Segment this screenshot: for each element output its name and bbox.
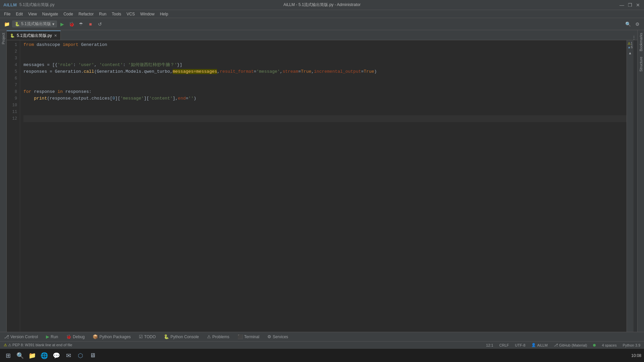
encoding-text: UTF-8 (515, 343, 525, 347)
vcs-text: GitHub (Material) (559, 343, 587, 347)
problems-icon: ⚠ (207, 334, 211, 339)
warning-count[interactable]: ⚠1 ▲6 (627, 42, 633, 49)
menu-item-view[interactable]: View (25, 11, 40, 17)
run-button[interactable]: ▶ (58, 20, 66, 28)
rerun-button[interactable]: ↺ (96, 20, 104, 28)
code-editor[interactable]: 1 2 3 4 5 6 7 8 9 10 11 12 from dashscop… (7, 40, 637, 332)
taskbar-pycharm-icon[interactable]: ⬡ (75, 350, 86, 361)
search-button[interactable]: 🔍 (624, 20, 632, 28)
menu-item-window[interactable]: Window (138, 11, 157, 17)
profile-icon: 👤 (531, 343, 536, 347)
bottom-tool-python-console[interactable]: 🐍 Python Console (162, 334, 200, 340)
profile[interactable]: 👤 AiLLM (530, 343, 548, 348)
vcs-icon: ⎇ (554, 343, 558, 347)
cursor-position[interactable]: 12:1 (485, 343, 494, 348)
vcs-status[interactable]: ⎇ GitHub (Material) (553, 343, 588, 348)
status-left: ⚠ ⚠ PEP 8: W391 blank line at end of fil… (3, 343, 73, 348)
bottom-tool-python-packages[interactable]: 📦 Python Packages (91, 334, 132, 340)
status-right: 12:1 CRLF UTF-8 👤 AiLLM ⎇ GitHub (Materi… (485, 343, 641, 348)
debug-button[interactable]: 🐞 (68, 20, 76, 28)
bottom-tool-run[interactable]: ▶ Run (45, 334, 59, 340)
code-line-3 (23, 55, 627, 62)
indent-setting[interactable]: 4 spaces (601, 343, 618, 348)
stop-button[interactable]: ■ (87, 20, 95, 28)
code-content[interactable]: from dashscope import Generation message… (20, 40, 627, 332)
title-breadcrumb: 5.1流式输出简版.py (19, 2, 55, 8)
taskbar-mail-icon[interactable]: ✉ (63, 350, 74, 361)
taskbar-search-icon[interactable]: 🔍 (15, 350, 25, 361)
warning-message[interactable]: ⚠ ⚠ PEP 8: W391 blank line at end of fil… (3, 343, 73, 348)
bookmarks-panel-label[interactable]: Bookmarks (638, 30, 644, 54)
code-line-12 (23, 115, 627, 122)
menu-item-edit[interactable]: Edit (13, 11, 25, 17)
taskbar-folder-icon[interactable]: 📁 (27, 350, 38, 361)
menu-item-help[interactable]: Help (157, 11, 171, 17)
bottom-tool-terminal[interactable]: ⬛ Terminal (236, 334, 261, 340)
right-sidebar: Bookmarks Structure (637, 30, 644, 332)
line-ending[interactable]: CRLF (498, 343, 510, 348)
run-config-selector[interactable]: 🐍 5.1流式输出简版 ▾ (12, 20, 57, 27)
position-text: 12:1 (486, 343, 493, 347)
todo-label: TODO (144, 335, 156, 339)
indent-text: 4 spaces (602, 343, 616, 347)
python-version-text: Python 3.9 (623, 343, 640, 347)
code-line-2 (23, 48, 627, 55)
line-numbers: 1 2 3 4 5 6 7 8 9 10 11 12 (7, 40, 20, 332)
structure-panel-label[interactable]: Structure (638, 54, 644, 74)
run-config-label: 5.1流式输出简版 (21, 21, 51, 27)
bottom-tool-version-control[interactable]: ⎇ Version Control (3, 334, 39, 340)
code-line-9: print(response.output.choices[0]['messag… (23, 95, 627, 102)
bottom-tool-debug[interactable]: 🐞 Debug (65, 334, 86, 340)
editor-right-gutter: ⚠1 ▲6 ▲ (627, 40, 633, 332)
toolbar: 📁 🐍 5.1流式输出简版 ▾ ▶ 🐞 ☂ ■ ↺ 🔍 ⚙ (0, 18, 644, 30)
status-bar: ⚠ ⚠ PEP 8: W391 blank line at end of fil… (0, 341, 644, 349)
taskbar-browser-icon[interactable]: 🌐 (39, 350, 50, 361)
app-logo: AiLLM (3, 2, 17, 7)
status-indicator[interactable] (592, 344, 597, 347)
tab-more-icon[interactable]: ⋮ (632, 35, 636, 40)
terminal-icon: ⬛ (237, 334, 243, 339)
menu-item-code[interactable]: Code (61, 11, 76, 17)
bottom-tool-services[interactable]: ⚙ Services (266, 334, 289, 340)
restore-button[interactable]: ❐ (627, 2, 633, 8)
toolbar-right: 🔍 ⚙ (624, 20, 641, 28)
taskbar-chat-icon[interactable]: 💬 (51, 350, 62, 361)
tab-close-0[interactable]: ✕ (54, 34, 57, 38)
code-line-4: messages = [{'role': 'user', 'content': … (23, 62, 627, 68)
minimize-button[interactable]: — (619, 2, 625, 8)
services-icon: ⚙ (267, 334, 271, 339)
code-line-7 (23, 82, 627, 88)
scroll-up-gutter[interactable]: ▲ (628, 51, 632, 55)
tabs-bar: 🐍 5.1流式输出简版.py ✕ ⋮ (7, 30, 637, 40)
window-title: AiLLM - 5.1流式输出简版.py - Administrator (283, 2, 361, 8)
windows-start-icon[interactable]: ⊞ (3, 350, 13, 361)
menu-item-run[interactable]: Run (96, 11, 109, 17)
project-icon[interactable]: 📁 (3, 20, 11, 28)
settings-button[interactable]: ⚙ (633, 20, 641, 28)
editor-area: 🐍 5.1流式输出简版.py ✕ ⋮ 1 2 3 4 5 6 7 8 9 10 … (7, 30, 637, 332)
debug-panel-label: Debug (73, 335, 85, 339)
taskbar-right: 10:08 (631, 353, 641, 358)
menu-item-navigate[interactable]: Navigate (40, 11, 61, 17)
debug-panel-icon: 🐞 (66, 334, 71, 339)
bookmarks-sidebar (633, 40, 637, 332)
menu-item-vcs[interactable]: VCS (124, 11, 138, 17)
menu-item-tools[interactable]: Tools (109, 11, 124, 17)
file-tab-0[interactable]: 🐍 5.1流式输出简版.py ✕ (7, 31, 61, 40)
menu-item-file[interactable]: File (1, 11, 13, 17)
coverage-button[interactable]: ☂ (77, 20, 85, 28)
python-version[interactable]: Python 3.9 (622, 343, 641, 348)
project-panel-label[interactable]: Project (1, 30, 6, 47)
taskbar-app-icon[interactable]: 🖥 (87, 350, 98, 361)
version-control-label: Version Control (10, 335, 38, 339)
title-bar: AiLLM 5.1流式输出简版.py AiLLM - 5.1流式输出简版.py … (0, 0, 644, 10)
menu-item-refactor[interactable]: Refactor (76, 11, 96, 17)
warning-icon: ⚠ (4, 343, 7, 347)
bottom-toolbar: ⎇ Version Control ▶ Run 🐞 Debug 📦 Python… (0, 332, 644, 341)
code-line-6 (23, 75, 627, 82)
bottom-tool-todo[interactable]: ☑ TODO (138, 334, 157, 340)
close-button[interactable]: ✕ (635, 2, 641, 8)
encoding[interactable]: UTF-8 (514, 343, 526, 348)
version-control-icon: ⎇ (4, 334, 9, 339)
bottom-tool-problems[interactable]: ⚠ Problems (206, 334, 231, 340)
